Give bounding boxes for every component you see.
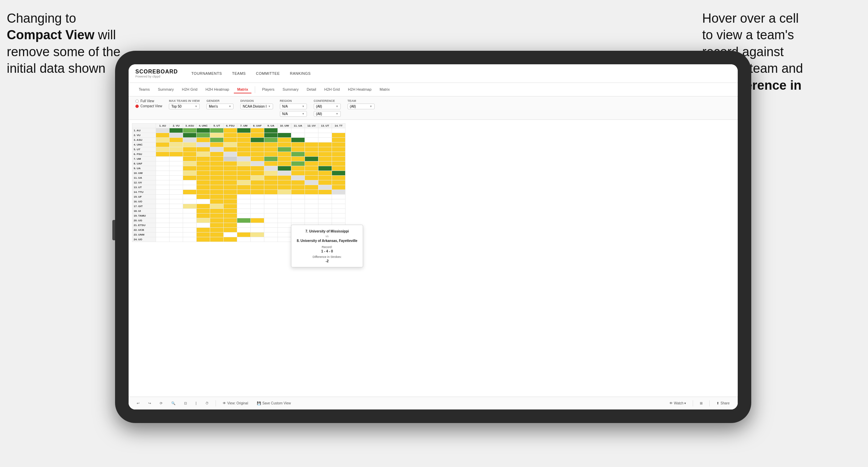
matrix-cell[interactable] [170,237,183,242]
matrix-cell[interactable] [183,133,197,138]
matrix-cell[interactable] [251,128,264,133]
matrix-cell[interactable] [183,171,197,176]
save-custom-button[interactable]: 💾 Save Custom View [254,400,293,406]
matrix-cell[interactable] [237,161,251,166]
matrix-cell[interactable] [237,180,251,185]
nav-tournaments[interactable]: TOURNAMENTS [192,71,222,76]
matrix-cell[interactable] [318,161,332,166]
matrix-cell[interactable] [183,161,197,166]
matrix-cell[interactable] [210,199,224,204]
matrix-cell[interactable] [251,199,264,204]
matrix-cell[interactable] [237,190,251,195]
matrix-cell[interactable] [318,204,332,209]
nav-committee[interactable]: COMMITTEE [256,71,280,76]
matrix-cell[interactable] [251,223,264,228]
matrix-cell[interactable] [332,142,346,147]
matrix-cell[interactable] [170,232,183,237]
matrix-cell[interactable] [278,232,291,237]
matrix-cell[interactable] [197,195,210,199]
matrix-cell[interactable] [305,209,318,214]
matrix-cell[interactable] [251,142,264,147]
matrix-cell[interactable] [224,133,237,138]
matrix-cell[interactable] [278,237,291,242]
matrix-cell[interactable] [318,199,332,204]
matrix-cell[interactable] [224,161,237,166]
matrix-cell[interactable] [264,223,278,228]
matrix-cell[interactable] [210,152,224,157]
matrix-cell[interactable] [237,128,251,133]
matrix-cell[interactable] [183,142,197,147]
matrix-cell[interactable] [318,157,332,161]
matrix-cell[interactable] [224,223,237,228]
undo-button[interactable]: ↩ [134,400,142,406]
matrix-cell[interactable] [332,195,346,199]
matrix-cell[interactable] [170,128,183,133]
matrix-cell[interactable] [224,176,237,180]
matrix-cell[interactable] [183,232,197,237]
matrix-cell[interactable] [197,128,210,133]
matrix-cell[interactable] [251,147,264,152]
matrix-cell[interactable] [251,157,264,161]
matrix-cell[interactable] [210,185,224,190]
matrix-cell[interactable] [278,223,291,228]
matrix-cell[interactable] [156,176,170,180]
matrix-cell[interactable] [332,214,346,218]
matrix-cell[interactable] [156,214,170,218]
matrix-cell[interactable] [318,171,332,176]
matrix-cell[interactable] [278,190,291,195]
matrix-cell[interactable] [318,185,332,190]
matrix-cell[interactable] [156,166,170,171]
matrix-cell[interactable] [224,209,237,214]
matrix-cell[interactable] [224,195,237,199]
matrix-cell[interactable] [197,161,210,166]
matrix-cell[interactable] [210,190,224,195]
matrix-cell[interactable] [237,232,251,237]
matrix-cell[interactable] [237,157,251,161]
matrix-cell[interactable] [237,138,251,142]
matrix-cell[interactable] [332,176,346,180]
matrix-cell[interactable] [170,228,183,232]
matrix-cell[interactable] [318,218,332,223]
gender-select[interactable]: Men's ▼ [206,104,233,109]
matrix-cell[interactable] [332,204,346,209]
matrix-cell[interactable] [183,209,197,214]
matrix-cell[interactable] [210,223,224,228]
compact-view-radio[interactable]: Compact View [135,104,162,108]
matrix-cell[interactable] [291,142,305,147]
matrix-cell[interactable] [156,180,170,185]
matrix-cell[interactable] [237,147,251,152]
matrix-cell[interactable] [305,195,318,199]
team-select[interactable]: (All) ▼ [348,104,375,109]
matrix-cell[interactable] [224,190,237,195]
matrix-cell[interactable] [251,176,264,180]
matrix-cell[interactable] [291,147,305,152]
max-teams-select[interactable]: Top 50 ▼ [169,104,200,109]
matrix-cell[interactable] [305,204,318,209]
matrix-cell[interactable] [332,209,346,214]
matrix-cell[interactable] [183,195,197,199]
matrix-cell[interactable] [210,237,224,242]
matrix-cell[interactable] [332,161,346,166]
matrix-cell[interactable] [291,180,305,185]
matrix-cell[interactable] [156,237,170,242]
matrix-cell[interactable] [318,180,332,185]
matrix-cell[interactable] [197,171,210,176]
matrix-cell[interactable] [183,128,197,133]
matrix-cell[interactable] [278,214,291,218]
matrix-cell[interactable] [332,138,346,142]
matrix-cell[interactable] [264,232,278,237]
matrix-cell[interactable] [318,128,332,133]
matrix-cell[interactable] [291,152,305,157]
matrix-cell[interactable] [291,214,305,218]
matrix-cell[interactable] [237,218,251,223]
matrix-cell[interactable] [305,157,318,161]
tab-h2h-heatmap-left[interactable]: H2H Heatmap [202,86,232,93]
matrix-cell[interactable] [251,152,264,157]
tab-summary-left[interactable]: Summary [154,86,177,93]
matrix-cell[interactable] [278,195,291,199]
matrix-cell[interactable] [210,195,224,199]
matrix-cell[interactable] [251,190,264,195]
matrix-cell[interactable] [224,166,237,171]
matrix-cell[interactable] [264,209,278,214]
matrix-cell[interactable] [264,199,278,204]
